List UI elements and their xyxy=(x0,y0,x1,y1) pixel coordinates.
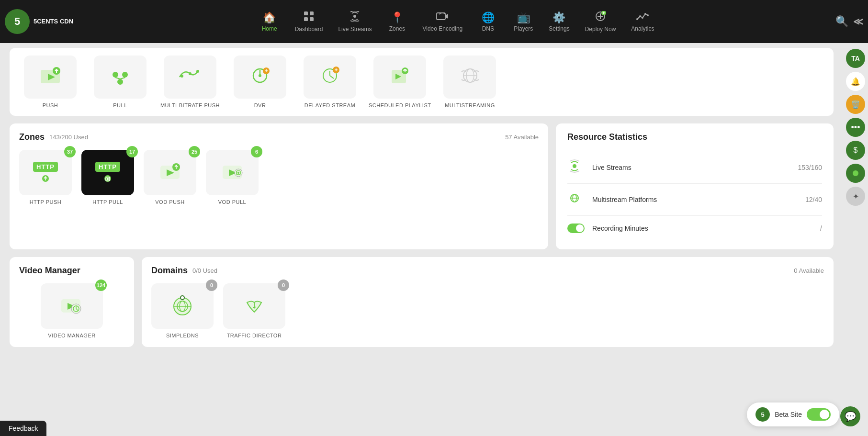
nav-dns[interactable]: 🌐 DNS xyxy=(471,8,505,36)
stream-card-multi-bitrate[interactable]: MULTI-BITRATE PUSH xyxy=(159,56,221,108)
dvr-label: DVR xyxy=(254,102,266,108)
zone-http-pull[interactable]: 17 HTTP HTTP PULL xyxy=(81,150,134,205)
resource-stats-panel: Resource Statistics Live Streams 153/160 xyxy=(556,123,834,249)
scheduled-playlist-label: SCHEDULED PLAYLIST xyxy=(369,102,431,108)
stream-card-multistreaming[interactable]: MULTISTREAMING xyxy=(439,56,501,108)
nav-home[interactable]: 🏠 Home xyxy=(253,8,286,36)
zones-header-left: Zones 143/200 Used xyxy=(19,132,88,142)
svg-point-27 xyxy=(189,72,192,75)
search-button[interactable]: 🔍 xyxy=(835,15,848,28)
http-pull-label: HTTP PULL xyxy=(92,199,123,205)
players-icon: 📺 xyxy=(517,11,530,24)
vod-pull-icon: 6 xyxy=(206,150,259,195)
logo-icon: 5 xyxy=(5,9,30,34)
nav-zones[interactable]: 📍 Zones xyxy=(380,8,414,36)
video-manager-icon: 124 xyxy=(41,283,103,329)
notifications-button[interactable]: 🔔 xyxy=(846,72,865,91)
video-manager-panel: Video Manager 124 VIDEO MANAGER xyxy=(10,257,134,347)
http-pull-icon: 17 HTTP xyxy=(81,150,134,195)
nav-zones-label: Zones xyxy=(389,25,405,32)
svg-point-63 xyxy=(573,164,576,168)
nav-deploy-now[interactable]: Deploy Now xyxy=(578,7,623,36)
logo[interactable]: 5 5CENTS CDN xyxy=(5,9,73,34)
zones-title: Zones xyxy=(19,132,45,142)
nav-live-streams[interactable]: Live Streams xyxy=(331,7,378,36)
pull-label: PULL xyxy=(113,102,127,108)
status-button[interactable] xyxy=(846,164,865,183)
nav-dashboard-label: Dashboard xyxy=(295,26,323,33)
collapse-button[interactable]: ≪ xyxy=(853,16,863,27)
zone-vod-push[interactable]: 25 VOD PUSH xyxy=(144,150,196,205)
domains-available: 0 Available xyxy=(794,267,824,274)
toggle-on xyxy=(567,224,585,233)
navbar: 5 5CENTS CDN 🏠 Home Dashboard xyxy=(0,0,868,43)
stream-card-push[interactable]: PUSH xyxy=(19,56,81,108)
beta-toggle[interactable] xyxy=(807,408,831,421)
simpledns-badge: 0 xyxy=(206,279,217,291)
nav-video-encoding[interactable]: Video Encoding xyxy=(416,8,469,36)
billing-button[interactable]: $ xyxy=(846,141,865,160)
resource-stats-title: Resource Statistics xyxy=(567,132,822,142)
user-avatar-button[interactable]: TA xyxy=(846,49,865,68)
domains-header: Domains 0/0 Used 0 Available xyxy=(151,266,824,276)
zones-panel: Zones 143/200 Used 57 Available 37 HTTP xyxy=(10,123,548,249)
top-cards-panel: PUSH PULL xyxy=(10,48,834,116)
http-push-badge: 37 xyxy=(64,146,76,157)
svg-point-26 xyxy=(180,75,183,78)
http-pull-badge: 17 xyxy=(126,146,138,157)
nav-players[interactable]: 📺 Players xyxy=(507,8,540,36)
svg-line-25 xyxy=(120,78,125,79)
live-streams-resource-name: Live Streams xyxy=(592,164,790,171)
stream-card-dvr[interactable]: DVR xyxy=(229,56,291,108)
trash-button[interactable]: 🗑️ xyxy=(846,95,865,114)
http-push-icon: 37 HTTP xyxy=(19,150,72,195)
domain-simpledns[interactable]: 0 SIMPLEDNS xyxy=(151,283,214,338)
recording-resource-value: / xyxy=(820,224,822,232)
zone-http-push[interactable]: 37 HTTP HTTP PUSH xyxy=(19,150,72,205)
more-options-button[interactable]: ••• xyxy=(846,118,865,137)
beta-label: Beta Site xyxy=(775,411,802,418)
chat-button[interactable]: 💬 xyxy=(840,406,860,426)
video-manager-card[interactable]: 124 VIDEO MANAGER xyxy=(19,283,124,338)
zones-icon: 📍 xyxy=(391,11,404,24)
vod-push-badge: 25 xyxy=(189,146,200,157)
nav-deploy-now-label: Deploy Now xyxy=(585,26,616,33)
right-sidebar: TA 🔔 🗑️ ••• $ ✦ xyxy=(843,43,868,436)
video-manager-header: Video Manager xyxy=(19,266,124,276)
domains-header-left: Domains 0/0 Used xyxy=(151,266,217,276)
feedback-button[interactable]: Feedback xyxy=(0,421,46,436)
vod-push-icon: 25 xyxy=(144,150,196,195)
zones-header: Zones 143/200 Used 57 Available xyxy=(19,132,539,142)
resource-recording: Recording Minutes / xyxy=(567,216,822,241)
mid-row: Zones 143/200 Used 57 Available 37 HTTP xyxy=(10,123,834,249)
nav-settings[interactable]: ⚙️ Settings xyxy=(542,8,576,36)
stream-card-pull[interactable]: PULL xyxy=(89,56,151,108)
nav-dns-label: DNS xyxy=(482,25,494,32)
nav-analytics[interactable]: Analytics xyxy=(624,8,661,36)
multistreaming-label: MULTISTREAMING xyxy=(445,102,495,108)
zones-used: 143/200 Used xyxy=(49,134,88,141)
vod-pull-badge: 6 xyxy=(251,146,262,157)
beta-toggle-knob xyxy=(820,410,829,419)
svg-point-21 xyxy=(113,72,118,78)
apps-button[interactable]: ✦ xyxy=(846,187,865,206)
nav-players-label: Players xyxy=(514,25,533,32)
dashboard-icon xyxy=(304,11,314,24)
dvr-icon xyxy=(234,56,286,99)
traffic-director-badge: 0 xyxy=(278,279,289,291)
nav-video-encoding-label: Video Encoding xyxy=(422,25,462,32)
beta-site: 5 Beta Site xyxy=(747,402,839,426)
stream-card-delayed[interactable]: DELAYED STREAM xyxy=(299,56,361,108)
domain-traffic-director[interactable]: 0 TRAFFIC DIRECTOR xyxy=(223,283,285,338)
stream-card-scheduled[interactable]: SCHEDULED PLAYLIST xyxy=(369,56,431,108)
scheduled-playlist-icon xyxy=(373,56,426,99)
svg-point-28 xyxy=(196,70,199,73)
zone-vod-pull[interactable]: 6 VOD PULL xyxy=(206,150,259,205)
multistream-resource-icon xyxy=(567,191,585,208)
svg-point-13 xyxy=(639,15,641,17)
svg-point-14 xyxy=(642,17,643,19)
simpledns-icon: 0 xyxy=(151,283,214,329)
multistream-resource-value: 12/40 xyxy=(805,196,822,203)
nav-dashboard[interactable]: Dashboard xyxy=(288,7,330,36)
svg-point-4 xyxy=(353,15,356,18)
